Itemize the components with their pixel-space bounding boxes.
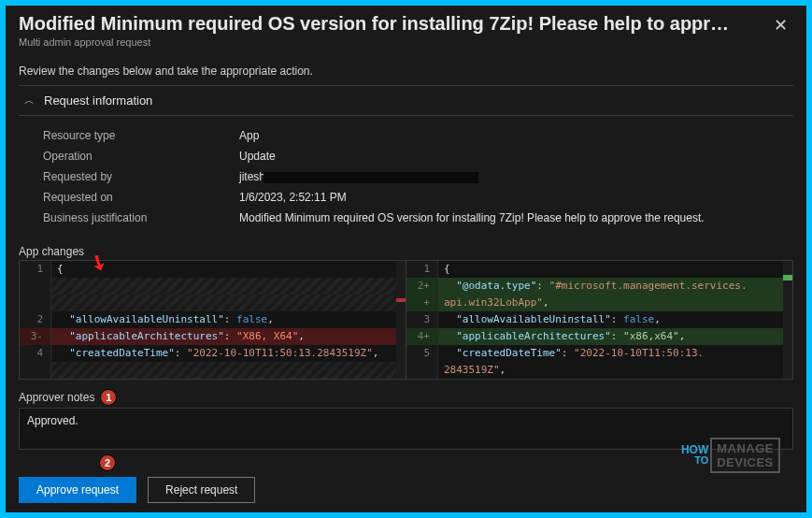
- close-icon: ✕: [774, 16, 788, 35]
- code-line: 2843519Z",: [406, 362, 792, 379]
- code-line: +api.win32LobApp",: [406, 295, 792, 311]
- requested-by-value: jitesh: [239, 170, 478, 183]
- request-info-block: Resource type App Operation Update Reque…: [19, 116, 793, 241]
- operation-value: Update: [239, 150, 276, 163]
- requested-by-label: Requested by: [43, 170, 239, 183]
- code-line: 4 "createdDateTime": "2022-10-10T11:50:1…: [20, 345, 406, 362]
- code-line: [20, 362, 406, 379]
- code-line: [20, 278, 406, 295]
- code-line: [20, 295, 406, 311]
- justification-value: Modified Minimum required OS version for…: [239, 211, 705, 224]
- instruction-text: Review the changes below and take the ap…: [19, 65, 793, 78]
- reject-button[interactable]: Reject request: [148, 477, 255, 503]
- annotation-badge-1: 1: [100, 389, 117, 406]
- code-line: 4+ "applicableArchitectures": "x86,x64",: [406, 328, 792, 345]
- minimap-right[interactable]: [783, 261, 792, 379]
- diff-pane-right[interactable]: 1{2+ "@odata.type": "#microsoft.manageme…: [406, 261, 792, 379]
- app-changes-label: App changes: [19, 245, 793, 258]
- diff-viewer[interactable]: 1{2 "allowAvailableUninstall": false,3- …: [19, 260, 793, 380]
- section-title: Request information: [44, 94, 152, 108]
- code-line: 2 "allowAvailableUninstall": false,: [20, 311, 406, 328]
- request-info-header[interactable]: ︿ Request information: [19, 85, 793, 116]
- requested-on-value: 1/6/2023, 2:52:11 PM: [239, 191, 347, 204]
- approver-notes-input[interactable]: [19, 408, 793, 450]
- panel-subtitle: Multi admin approval request: [19, 36, 729, 48]
- code-line: 1{: [406, 261, 792, 278]
- code-line: 2+ "@odata.type": "#microsoft.management…: [406, 278, 792, 295]
- resource-type-label: Resource type: [43, 129, 239, 142]
- approve-button[interactable]: Approve request: [19, 477, 136, 503]
- justification-label: Business justification: [43, 211, 239, 224]
- annotation-badge-2: 2: [99, 454, 116, 471]
- approver-notes-label: Approver notes: [19, 391, 94, 404]
- approval-panel: Modified Minimum required OS version for…: [6, 6, 806, 512]
- code-line: 1{: [20, 261, 406, 278]
- operation-label: Operation: [43, 150, 239, 163]
- minimap-left[interactable]: [396, 261, 406, 379]
- code-line: 5 "createdDateTime": "2022-10-10T11:50:1…: [406, 345, 792, 362]
- requested-on-label: Requested on: [43, 191, 239, 204]
- close-button[interactable]: ✕: [768, 13, 793, 37]
- panel-title: Modified Minimum required OS version for…: [19, 13, 729, 35]
- code-line: 3 "allowAvailableUninstall": false,: [406, 311, 792, 328]
- diff-pane-left[interactable]: 1{2 "allowAvailableUninstall": false,3- …: [20, 261, 406, 379]
- chevron-up-icon: ︿: [24, 94, 35, 108]
- resource-type-value: App: [239, 129, 259, 142]
- code-line: 3- "applicableArchitectures": "X86, X64"…: [20, 328, 406, 345]
